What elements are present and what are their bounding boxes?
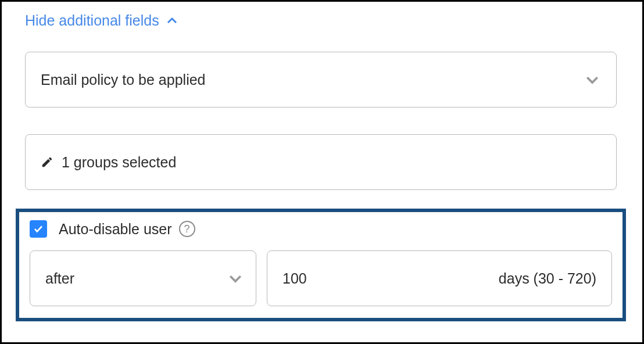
groups-selector[interactable]: 1 groups selected — [25, 134, 617, 190]
groups-text: 1 groups selected — [62, 154, 176, 171]
toggle-additional-fields[interactable]: Hide additional fields — [25, 12, 179, 29]
auto-disable-label: Auto-disable user — [59, 221, 172, 238]
pencil-icon — [41, 156, 53, 169]
timing-value: after — [45, 270, 74, 287]
auto-disable-section: Auto-disable user ? after days (30 - 720… — [16, 209, 626, 321]
form-frame: Hide additional fields Email policy to b… — [0, 0, 644, 344]
email-policy-select[interactable]: Email policy to be applied — [25, 52, 617, 107]
toggle-label: Hide additional fields — [25, 12, 159, 29]
auto-disable-row: Auto-disable user ? — [30, 220, 612, 238]
days-hint: days (30 - 720) — [499, 270, 596, 287]
auto-disable-checkbox[interactable] — [30, 220, 47, 238]
email-policy-placeholder: Email policy to be applied — [41, 71, 206, 88]
timing-select[interactable]: after — [30, 250, 256, 306]
chevron-down-icon — [227, 270, 244, 287]
chevron-down-icon — [584, 71, 601, 88]
auto-disable-controls: after days (30 - 720) — [30, 250, 612, 306]
chevron-up-icon — [165, 14, 179, 28]
days-input[interactable] — [282, 270, 370, 287]
check-icon — [33, 224, 44, 234]
help-icon[interactable]: ? — [179, 221, 195, 237]
days-field[interactable]: days (30 - 720) — [267, 250, 612, 306]
auto-disable-label-wrap: Auto-disable user ? — [59, 221, 195, 238]
